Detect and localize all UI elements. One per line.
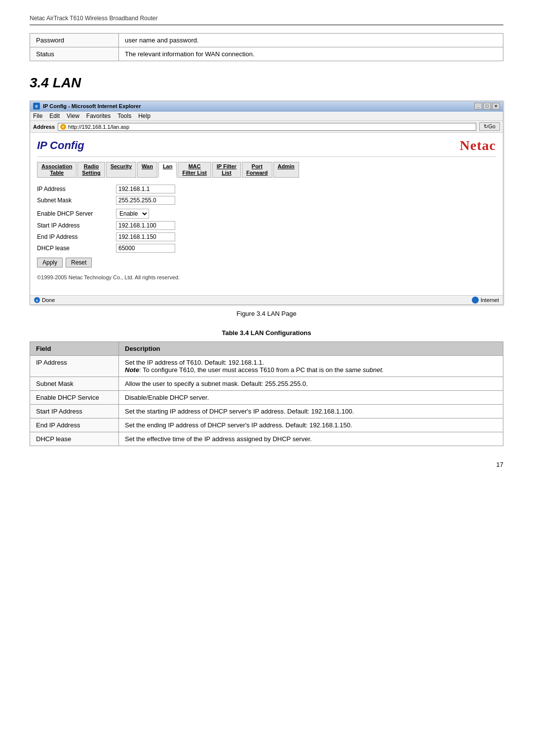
dhcp-server-row: Enable DHCP Server Enable Disable [37,209,496,219]
menu-tools[interactable]: Tools [117,113,131,119]
ip-address-input[interactable] [116,185,175,193]
done-icon: e [34,297,40,303]
figure-caption: Figure 3.4 LAN Page [30,310,503,317]
desc-subnet-mask: Allow the user to specify a subnet mask.… [119,377,503,391]
field-enable-dhcp: Enable DHCP Service [30,391,119,405]
dhcp-server-label: Enable DHCP Server [37,210,116,217]
tab-mac-line1: MAC [189,163,201,170]
start-ip-row: Start IP Address [37,221,496,230]
ipconfig-title: IP Config [37,139,84,152]
desc-dhcp-lease: Set the effective time of the IP address… [119,432,503,446]
lan-form: IP Address Subnet Mask Enable DHCP Serve… [37,185,496,253]
tab-ip-filter[interactable]: IP Filter List [212,162,241,178]
page-icon: e [60,124,66,130]
maximize-button[interactable]: □ [483,103,491,110]
address-url: http://192.168.1.1/lan.asp [68,124,129,130]
field-end-ip: End IP Address [30,418,119,432]
field-status: Status [30,47,119,61]
tab-port-forward[interactable]: Port Forward [242,162,272,178]
tab-mac-label: MAC Filter List [182,163,207,176]
col-description: Description [119,342,503,356]
config-table-title: Table 3.4 LAN Configurations [30,329,503,337]
browser-title: IP Config - Microsoft Internet Explorer [43,103,141,109]
table-row: End IP Address Set the ending IP address… [30,418,503,432]
field-subnet-mask: Subnet Mask [30,377,119,391]
tab-security[interactable]: Security [106,162,136,178]
copyright-text: ©1999-2005 Netac Technology Co., Ltd. Al… [37,274,496,280]
tab-lan[interactable]: Lan [158,162,177,178]
minimize-button[interactable]: _ [474,103,482,110]
menu-file[interactable]: File [33,113,42,119]
start-ip-input[interactable] [116,221,175,230]
dhcp-lease-input[interactable] [116,244,175,253]
menu-view[interactable]: View [67,113,79,119]
end-ip-input[interactable] [116,232,175,241]
browser-controls[interactable]: _ □ × [474,103,500,110]
field-start-ip: Start IP Address [30,405,119,418]
subnet-mask-label: Subnet Mask [37,197,116,204]
dhcp-lease-row: DHCP lease [37,244,496,253]
table-row: Start IP Address Set the starting IP add… [30,405,503,418]
desc-ip-address: Set the IP address of T610. Default: 192… [119,356,503,377]
page-header: Netac AirTrack T610 Wireless Broadband R… [30,15,503,22]
go-icon: ↻ [484,123,488,129]
field-password: Password [30,34,119,47]
table-row: Subnet Mask Allow the user to specify a … [30,377,503,391]
desc-start-ip: Set the starting IP address of DHCP serv… [119,405,503,418]
footer-left: e Done [34,297,55,303]
start-ip-label: Start IP Address [37,222,116,229]
go-button[interactable]: ↻Go [479,122,500,131]
dhcp-lease-label: DHCP lease [37,245,116,252]
address-input[interactable]: e http://192.168.1.1/lan.asp [58,123,476,131]
desc-enable-dhcp: Disable/Enable DHCP server. [119,391,503,405]
reset-button[interactable]: Reset [66,258,92,267]
tab-association-line1: Association [41,163,72,170]
footer-right: Internet [472,297,499,303]
tab-association-label: Association Table [41,163,72,176]
subnet-mask-input[interactable] [116,196,175,205]
tab-wan[interactable]: Wan [137,162,157,178]
end-ip-label: End IP Address [37,233,116,240]
tab-radio-setting[interactable]: Radio Setting [77,162,105,178]
address-label: Address [33,124,55,130]
tab-portforward-line1: Port [252,163,263,170]
note-bold: Note [125,366,139,374]
end-ip-row: End IP Address [37,232,496,241]
section-title: 3.4 LAN [30,75,503,91]
tab-portforward-line2: Forward [246,170,267,176]
nav-tabs: Association Table Radio Setting Security… [37,162,496,178]
browser-titlebar: e IP Config - Microsoft Internet Explore… [30,101,503,112]
intro-table: Password user name and password. Status … [30,33,503,61]
table-row: Password user name and password. [30,34,503,47]
desc-password: user name and password. [119,34,503,47]
header-divider [30,25,503,25]
table-row: IP Address Set the IP address of T610. D… [30,356,503,377]
form-buttons: Apply Reset [37,258,496,267]
tab-wan-label: Wan [142,163,153,169]
tab-admin[interactable]: Admin [273,162,299,178]
desc-end-ip: Set the ending IP address of DHCP server… [119,418,503,432]
menu-edit[interactable]: Edit [49,113,60,119]
config-table: Field Description IP Address Set the IP … [30,341,503,446]
tab-association[interactable]: Association Table [37,162,76,178]
globe-icon [472,297,479,303]
field-ip-address: IP Address [30,356,119,377]
desc-status: The relevant information for WAN connect… [119,47,503,61]
browser-titlebar-left: e IP Config - Microsoft Internet Explore… [33,103,141,110]
apply-button[interactable]: Apply [37,258,63,267]
tab-ipfilter-label: IP Filter List [217,163,236,176]
table-row: DHCP lease Set the effective time of the… [30,432,503,446]
tab-radio-label: Radio Setting [82,163,100,176]
table-row: Status The relevant information for WAN … [30,47,503,61]
menu-favorites[interactable]: Favorites [86,113,111,119]
tab-ipfilter-line2: List [222,170,231,176]
ip-address-row: IP Address [37,185,496,193]
ipconfig-header: IP Config Netac [37,138,496,157]
menu-help[interactable]: Help [138,113,151,119]
tab-lan-label: Lan [163,163,173,169]
close-button[interactable]: × [492,103,500,110]
tab-mac-filter[interactable]: MAC Filter List [178,162,211,178]
dhcp-server-select[interactable]: Enable Disable [116,209,149,219]
subnet-mask-row: Subnet Mask [37,196,496,205]
netac-logo: Netac [460,138,496,153]
